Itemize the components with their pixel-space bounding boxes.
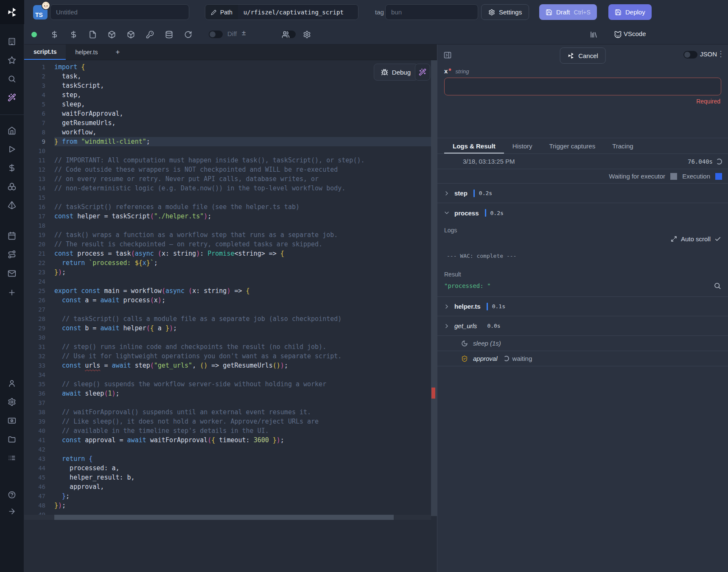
code-line[interactable]: 38 // waitForApproval() suspends until a… (24, 407, 431, 417)
code-line[interactable]: 47 }; (24, 491, 431, 501)
code-line[interactable]: 17const helper = taskScript("./helper.ts… (24, 212, 431, 221)
code-line[interactable]: 6 waitForApproval, (24, 109, 431, 118)
code-line[interactable]: 12// Code outside these wrappers is NOT … (24, 165, 431, 174)
editor-vertical-scrollbar[interactable] (431, 60, 437, 572)
vscode-label[interactable]: VScode (624, 30, 646, 37)
path-value[interactable]: u/rfiszel/captivating_script (238, 5, 358, 20)
schedules-calendar-icon[interactable] (8, 232, 16, 240)
code-line[interactable]: 46 approval, (24, 482, 431, 491)
tag-input[interactable] (385, 4, 478, 20)
variable-dollar-icon[interactable] (50, 31, 59, 39)
pyramid-icon[interactable] (8, 201, 16, 209)
apps-list-icon[interactable] (8, 454, 16, 462)
json-toggle[interactable] (683, 51, 697, 59)
code-line[interactable]: 22 return `processed: ${x}`; (24, 258, 431, 268)
code-line[interactable]: 30 (24, 333, 431, 342)
code-line[interactable]: 21const process = task(async (x: string)… (24, 249, 431, 258)
code-line[interactable]: 34 (24, 370, 431, 379)
code-line[interactable]: 10 (24, 146, 431, 156)
mail-icon[interactable] (8, 269, 16, 278)
code-line[interactable]: 14// non-deterministic logic (e.g. Date.… (24, 184, 431, 193)
timeline-row-approval[interactable]: approval waiting (437, 351, 728, 366)
variables-dollar-icon[interactable] (8, 164, 16, 172)
code-line[interactable]: 2 task, (24, 72, 431, 81)
key-icon[interactable] (146, 31, 154, 39)
code-line[interactable]: 19// task() wraps a function as a workfl… (24, 230, 431, 240)
database-icon[interactable] (165, 31, 173, 39)
code-line[interactable]: 15 (24, 193, 431, 202)
folders-icon[interactable] (8, 435, 16, 444)
code-line[interactable]: 40 // available in the timeline step's d… (24, 426, 431, 435)
code-line[interactable]: 28 // taskScript() calls a module file a… (24, 314, 431, 324)
code-line[interactable]: 11// IMPORTANT: All computation must hap… (24, 156, 431, 165)
code-line[interactable]: 20// The result is checkpointed — on ret… (24, 240, 431, 249)
code-line[interactable]: 16// taskScript() references a module fi… (24, 202, 431, 212)
timeline-row-get-urls[interactable]: get_urls 0.0s (437, 316, 728, 336)
deploy-button[interactable]: Deploy (608, 4, 652, 20)
code-line[interactable]: 41 const approval = await waitForApprova… (24, 435, 431, 445)
collapse-panel-icon[interactable] (443, 51, 452, 59)
code-line[interactable]: 18 (24, 221, 431, 230)
new-tab-button[interactable]: + (107, 45, 128, 60)
windmill-logo[interactable] (0, 0, 24, 24)
expand-sidebar-icon[interactable] (8, 507, 16, 516)
code-line[interactable]: 35 // sleep() suspends the workflow serv… (24, 379, 431, 389)
code-line[interactable]: 24 (24, 277, 431, 286)
code-line[interactable]: 9} from "windmill-client"; (24, 137, 431, 146)
editor-settings-gear-icon[interactable] (303, 31, 311, 39)
scrollbar-thumb[interactable] (431, 60, 437, 516)
argument-input[interactable] (444, 78, 721, 95)
code-line[interactable]: 29 const b = await helper({ a }); (24, 324, 431, 333)
timeline-row-sleep[interactable]: sleep (1s) (437, 336, 728, 351)
package-icon[interactable] (108, 31, 116, 39)
code-line[interactable]: 42 (24, 445, 431, 454)
ai-assistant-button[interactable] (415, 64, 430, 81)
home-icon[interactable] (8, 126, 16, 135)
code-line[interactable]: 33 const urls = await step("get_urls", (… (24, 361, 431, 370)
package-icon-2[interactable] (127, 31, 135, 39)
timeline-row-step[interactable]: step 0.2s (437, 184, 728, 203)
timeline-row-process[interactable]: process 0.2s (437, 203, 728, 223)
code-line[interactable]: 32 // Use it for lightweight operations … (24, 352, 431, 361)
code-line[interactable]: 8 workflow, (24, 128, 431, 137)
code-line[interactable]: 13// on every resume or retry. Never put… (24, 174, 431, 184)
code-line[interactable]: 27 (24, 305, 431, 314)
settings-gear-icon[interactable] (8, 398, 16, 406)
auto-scroll-control[interactable]: Auto scroll (444, 235, 721, 243)
tab-helper-ts[interactable]: helper.ts (66, 45, 107, 60)
code-lines[interactable]: 1import {2 task,3 taskScript,4 step,5 sl… (24, 60, 431, 572)
reload-icon[interactable] (184, 31, 192, 39)
tab-script-ts[interactable]: script.ts (24, 45, 66, 60)
code-line[interactable]: 31 // step() runs inline code and checkp… (24, 342, 431, 352)
code-line[interactable]: 43 return { (24, 454, 431, 463)
scrollbar-thumb-horizontal[interactable] (54, 515, 394, 520)
search-icon[interactable] (8, 75, 16, 83)
ai-wand-icon[interactable] (8, 93, 16, 102)
cancel-run-button[interactable]: Cancel (560, 47, 606, 64)
create-plus-icon[interactable] (8, 288, 16, 297)
library-icon[interactable] (590, 31, 598, 39)
code-line[interactable]: 45 helper_result: b, (24, 473, 431, 482)
code-line[interactable]: 7 getResumeUrls, (24, 118, 431, 128)
code-line[interactable]: 23}); (24, 268, 431, 277)
code-line[interactable]: 48}); (24, 501, 431, 510)
file-icon[interactable] (89, 31, 97, 39)
editor-horizontal-scrollbar[interactable] (24, 515, 431, 520)
contextual-variable-icon[interactable] (70, 31, 78, 39)
runs-play-icon[interactable] (8, 145, 16, 153)
code-line[interactable]: 25export const main = workflow(async (x:… (24, 286, 431, 296)
code-line[interactable]: 3 taskScript, (24, 81, 431, 90)
diff-toggle[interactable] (209, 31, 223, 38)
resources-boxes-icon[interactable] (8, 182, 16, 191)
script-name-input[interactable] (50, 4, 189, 20)
code-line[interactable]: 39 // Like sleep(), it does not hold a w… (24, 417, 431, 426)
edit-path-button[interactable]: Path (205, 5, 238, 20)
tab-trigger-captures[interactable]: Trigger captures (541, 138, 604, 153)
tab-history[interactable]: History (504, 138, 541, 153)
code-line[interactable]: 5 sleep, (24, 100, 431, 109)
code-line[interactable]: 37 (24, 398, 431, 407)
code-line[interactable]: 1import { (24, 62, 431, 72)
code-line[interactable]: 36 await sleep(1); (24, 389, 431, 398)
timeline-row-helper[interactable]: helper.ts 0.1s (437, 297, 728, 316)
tab-logs-result[interactable]: Logs & Result (444, 138, 504, 153)
